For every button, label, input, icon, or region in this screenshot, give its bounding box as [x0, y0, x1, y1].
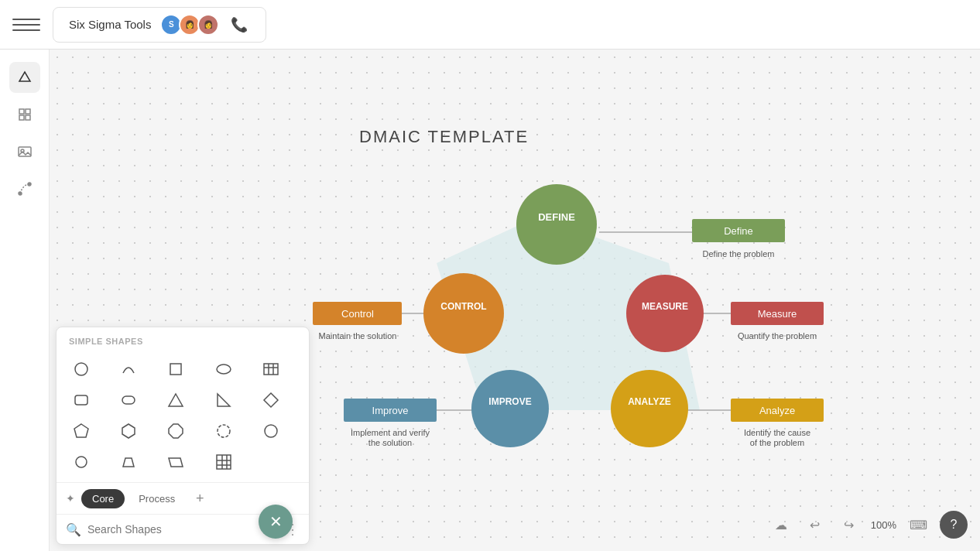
shape-table[interactable]	[255, 355, 286, 383]
tab-add-button[interactable]: +	[189, 488, 211, 509]
svg-point-18	[611, 370, 688, 447]
fab-button[interactable]: ✕	[259, 505, 293, 539]
shape-circle3[interactable]	[66, 448, 97, 476]
shape-square[interactable]	[160, 355, 191, 383]
svg-rect-1	[26, 109, 30, 114]
redo-icon[interactable]: ↪	[837, 512, 862, 537]
shape-hexagon[interactable]	[113, 417, 144, 445]
tab-process[interactable]: Process	[128, 489, 186, 508]
shape-pentagon[interactable]	[66, 417, 97, 445]
search-icon: 🔍	[66, 522, 81, 537]
svg-text:MEASURE: MEASURE	[642, 301, 688, 312]
svg-text:Implement and verify: Implement and verify	[351, 428, 430, 437]
svg-text:Improve: Improve	[372, 405, 409, 416]
shape-rounded-rect[interactable]	[66, 386, 97, 414]
avatars-group: S 👩 👩	[160, 14, 219, 36]
shape-octagon[interactable]	[160, 417, 191, 445]
svg-point-51	[265, 425, 277, 437]
svg-rect-3	[26, 115, 30, 120]
svg-rect-0	[19, 109, 24, 114]
svg-point-6	[19, 192, 22, 195]
avatar-3: 👩	[197, 14, 219, 36]
sidebar-item-image[interactable]	[9, 136, 40, 167]
diagram-title: DMAIC TEMPLATE	[313, 127, 839, 147]
shape-parallelogram[interactable]	[160, 448, 191, 476]
svg-text:Define the problem: Define the problem	[703, 249, 775, 258]
svg-point-22	[423, 273, 504, 354]
shapes-grid	[57, 352, 309, 482]
dmaic-diagram: DMAIC TEMPLATE DEFINE	[313, 127, 839, 498]
shape-grid[interactable]	[208, 448, 239, 476]
svg-text:IMPROVE: IMPROVE	[488, 396, 531, 407]
svg-text:Maintain the solution: Maintain the solution	[319, 331, 397, 341]
canvas[interactable]: DMAIC TEMPLATE DEFINE	[50, 50, 980, 551]
zoom-level: 100%	[871, 519, 896, 531]
svg-text:Identify the cause: Identify the cause	[744, 428, 810, 437]
svg-point-41	[75, 363, 87, 375]
sidebar-item-grid[interactable]	[9, 99, 40, 130]
svg-text:the solution: the solution	[368, 438, 412, 447]
svg-text:DEFINE: DEFINE	[538, 211, 575, 223]
svg-text:Analyze: Analyze	[759, 405, 795, 416]
help-button[interactable]: ?	[940, 511, 968, 539]
sidebar-item-draw[interactable]	[9, 173, 40, 204]
shape-triangle[interactable]	[160, 386, 191, 414]
search-input[interactable]	[87, 523, 279, 536]
svg-rect-44	[264, 364, 278, 375]
shape-12gon[interactable]	[208, 417, 239, 445]
cloud-icon[interactable]: ☁	[769, 512, 793, 537]
call-icon[interactable]: 📞	[228, 14, 250, 36]
svg-text:CONTROL: CONTROL	[440, 301, 486, 312]
title-bar: Six Sigma Tools S 👩 👩 📞	[53, 7, 266, 43]
svg-rect-42	[170, 364, 181, 375]
svg-rect-48	[75, 395, 87, 405]
svg-point-16	[626, 275, 704, 352]
svg-text:Control: Control	[341, 308, 374, 320]
svg-rect-4	[19, 147, 31, 156]
svg-point-20	[471, 370, 549, 447]
shape-diamond[interactable]	[255, 386, 286, 414]
svg-point-52	[76, 457, 87, 467]
svg-text:Measure: Measure	[758, 308, 797, 320]
shape-trapezoid[interactable]	[113, 448, 144, 476]
sidebar	[0, 50, 50, 551]
bottom-bar: ☁ ↩ ↪ 100% ⌨ ?	[769, 511, 968, 539]
shape-ellipse[interactable]	[208, 355, 239, 383]
svg-point-7	[28, 183, 31, 186]
svg-text:Quantify the problem: Quantify the problem	[738, 331, 817, 341]
shape-arc[interactable]	[113, 355, 144, 383]
svg-rect-49	[122, 396, 135, 404]
svg-point-14	[516, 184, 597, 265]
tab-core[interactable]: Core	[81, 489, 125, 508]
app-title: Six Sigma Tools	[69, 18, 151, 31]
keyboard-icon[interactable]: ⌨	[906, 512, 930, 537]
svg-text:Define: Define	[724, 225, 753, 237]
svg-point-50	[218, 425, 230, 437]
shape-circle2[interactable]	[255, 417, 286, 445]
svg-text:of the problem: of the problem	[750, 438, 804, 447]
undo-icon[interactable]: ↩	[803, 512, 828, 537]
svg-text:ANALYZE: ANALYZE	[628, 396, 671, 407]
svg-rect-53	[217, 455, 231, 469]
svg-point-43	[217, 364, 231, 374]
sidebar-item-shapes[interactable]	[9, 62, 40, 93]
tab-icon: ✦	[66, 492, 75, 505]
shape-circle[interactable]	[66, 355, 97, 383]
shape-rounded-rect2[interactable]	[113, 386, 144, 414]
section-label: SIMPLE SHAPES	[57, 327, 309, 352]
svg-rect-2	[19, 115, 24, 120]
menu-button[interactable]	[12, 11, 40, 39]
shape-right-triangle[interactable]	[208, 386, 239, 414]
